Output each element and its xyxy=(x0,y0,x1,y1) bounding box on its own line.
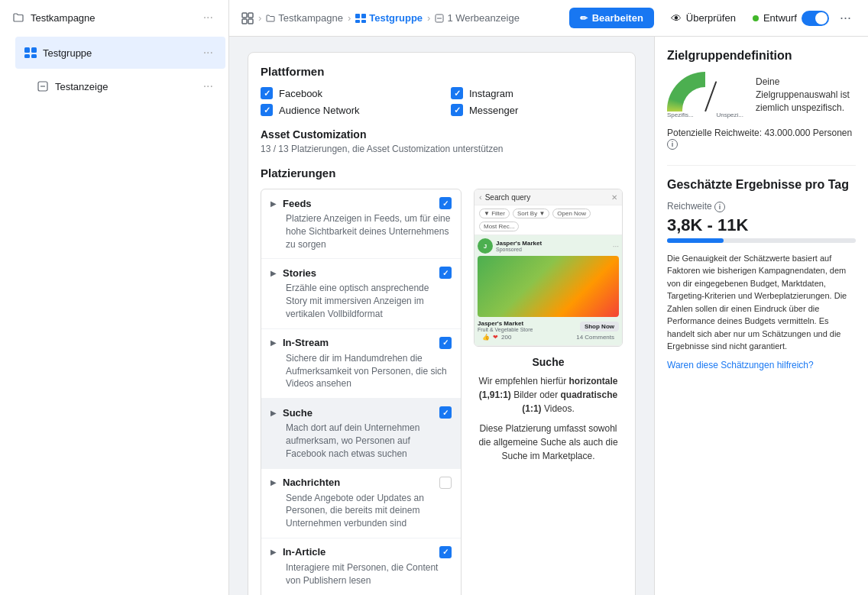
inarticle-checkbox[interactable] xyxy=(439,546,452,558)
feeds-name: Feeds xyxy=(283,198,433,209)
platforms-title: Plattformen xyxy=(261,65,623,78)
feeds-expand[interactable]: ▶ xyxy=(270,199,277,208)
nachrichten-desc: Sende Angebote oder Updates an Personen,… xyxy=(286,492,452,530)
svg-rect-0 xyxy=(24,47,30,53)
breadcrumb-werbeanzeige[interactable]: 1 Werbeanzeige xyxy=(435,12,519,24)
suche-desc: Mach dort auf dein Unternehmen aufmerksa… xyxy=(286,422,452,460)
messenger-label: Messenger xyxy=(469,105,518,116)
placement-inarticle: ▶ In-Article Interagiere mit Personen, d… xyxy=(261,538,461,595)
platform-instagram: Instagram xyxy=(451,87,623,99)
search-query-input[interactable] xyxy=(485,193,608,202)
svg-rect-6 xyxy=(242,13,247,18)
sidebar-item-more-testanzeige[interactable]: ··· xyxy=(200,78,216,95)
topbar-actions: ✏ Bearbeiten 👁 Überprüfen Entwurf ··· xyxy=(569,7,856,29)
svg-rect-8 xyxy=(242,19,247,24)
toggle-switch[interactable] xyxy=(802,11,829,26)
filter-btn-sortby[interactable]: Sort By ▼ xyxy=(513,209,549,218)
draft-badge: Entwurf xyxy=(753,11,829,26)
geschatzte-section: Geschätzte Ergebnisse pro Tag Reichweite… xyxy=(667,178,856,370)
stories-checkbox[interactable] xyxy=(439,267,452,279)
edit-button[interactable]: ✏ Bearbeiten xyxy=(569,8,654,28)
reichweite-info-icon[interactable]: i xyxy=(667,139,678,150)
reichweite-bar-fill xyxy=(667,238,724,243)
ad-more: ··· xyxy=(613,242,619,251)
search-clear-icon[interactable]: ✕ xyxy=(611,193,617,202)
sidebar-item-testkampagne[interactable]: Testkampagne ··· xyxy=(3,2,225,34)
breadcrumb-layout[interactable] xyxy=(241,12,254,24)
gauge-arc xyxy=(667,72,743,112)
zielgruppen-title: Zielgruppendefinition xyxy=(667,49,856,63)
messenger-checkbox[interactable] xyxy=(451,104,463,116)
svg-rect-13 xyxy=(361,20,366,23)
gauge-container: Spezifis... Unspezi... Deine Zielgruppen… xyxy=(667,72,856,118)
suche-checkbox[interactable] xyxy=(439,406,452,419)
inarticle-name: In-Article xyxy=(283,546,433,558)
schatzung-link[interactable]: Waren diese Schätzungen hilfreich? xyxy=(667,360,814,370)
suche-info-block: Suche Wir empfehlen hierfür horizontale … xyxy=(474,353,623,466)
platform-audience-network: Audience Network xyxy=(261,104,432,116)
draft-dot xyxy=(753,15,759,21)
feeds-desc: Platziere Anzeigen in Feeds, um für eine… xyxy=(286,212,452,251)
filter-btn-opennow[interactable]: Open Now xyxy=(552,209,591,218)
filter-btn-filter[interactable]: ▼ Filter xyxy=(479,209,510,218)
sidebar-item-testgruppe[interactable]: Testgruppe ··· xyxy=(15,37,225,69)
nachrichten-name: Nachrichten xyxy=(283,477,433,488)
topbar-more-button[interactable]: ··· xyxy=(835,7,856,29)
placements-list: ▶ Feeds Platziere Anzeigen in Feeds, um … xyxy=(261,189,462,595)
shop-now-button[interactable]: Shop Now xyxy=(580,322,619,331)
sidebar-item-more-testkampagne[interactable]: ··· xyxy=(200,9,216,26)
review-button[interactable]: 👁 Überprüfen xyxy=(660,8,747,29)
instream-checkbox[interactable] xyxy=(439,337,452,349)
audience-network-checkbox[interactable] xyxy=(261,104,273,116)
nachrichten-expand[interactable]: ▶ xyxy=(270,478,277,487)
instagram-label: Instagram xyxy=(469,88,513,99)
gauge-desc: Deine Zielgruppenauswahl ist ziemlich un… xyxy=(756,76,856,114)
platform-facebook: Facebook xyxy=(261,87,432,99)
platforms-section: Plattformen Facebook Instagram Audience … xyxy=(248,52,636,595)
breadcrumb: › Testkampagne › Testgruppe › xyxy=(241,12,520,24)
gauge-widget: Spezifis... Unspezi... xyxy=(667,72,743,118)
breadcrumb-testkampagne[interactable]: Testkampagne xyxy=(266,12,343,24)
sidebar-item-more-testgruppe[interactable]: ··· xyxy=(200,44,216,61)
pencil-icon: ✏ xyxy=(580,13,588,24)
instagram-checkbox[interactable] xyxy=(451,87,463,99)
search-preview: ‹ ✕ ▼ Filter Sort By ▼ Open Now Most Rec… xyxy=(474,189,623,347)
reichweite-sub-info-icon[interactable]: i xyxy=(714,202,725,212)
suche-expand[interactable]: ▶ xyxy=(270,409,277,417)
nachrichten-checkbox[interactable] xyxy=(439,477,452,489)
asset-customization-section: Asset Customization 13 / 13 Platzierunge… xyxy=(261,128,623,154)
search-bar-top: ‹ ✕ xyxy=(474,189,622,205)
facebook-checkbox[interactable] xyxy=(261,87,273,99)
group-icon xyxy=(24,47,37,59)
platform-messenger: Messenger xyxy=(451,104,623,116)
svg-rect-3 xyxy=(31,54,37,58)
svg-rect-7 xyxy=(248,13,253,18)
main-content: › Testkampagne › Testgruppe › xyxy=(229,0,868,595)
filter-btn-mostrec[interactable]: Most Rec... xyxy=(479,222,519,231)
suche-name: Suche xyxy=(283,407,433,419)
suche-info-note: Diese Platzierung umfasst sowohl die all… xyxy=(474,422,623,463)
reichweite-range: 3,8K - 11K xyxy=(667,215,856,235)
ad-icon xyxy=(37,80,49,92)
content-area: Plattformen Facebook Instagram Audience … xyxy=(229,37,868,595)
svg-rect-1 xyxy=(31,47,37,53)
stories-name: Stories xyxy=(283,267,433,279)
breadcrumb-testgruppe[interactable]: Testgruppe xyxy=(355,12,423,24)
sidebar-item-testanzeige[interactable]: Testanzeige ··· xyxy=(28,70,225,102)
asset-customization-subtitle: 13 / 13 Platzierungen, die Asset Customi… xyxy=(261,144,623,154)
suche-info-desc: Wir empfehlen hierfür horizontale (1,91:… xyxy=(474,374,623,416)
stories-expand[interactable]: ▶ xyxy=(270,269,277,277)
placement-suche: ▶ Suche Mach dort auf dein Unternehmen a… xyxy=(261,399,461,468)
placement-stories: ▶ Stories Erzähle eine optisch anspreche… xyxy=(261,259,461,328)
instream-expand[interactable]: ▶ xyxy=(270,338,277,347)
svg-rect-11 xyxy=(361,14,366,18)
right-panel: Zielgruppendefinition Spezifis... Unspez… xyxy=(654,37,868,595)
potenzielle-reichweite: Potenzielle Reichweite: 43.000.000 Perso… xyxy=(667,128,856,150)
placement-instream: ▶ In-Stream Sichere dir im Handumdrehen … xyxy=(261,329,461,399)
svg-rect-2 xyxy=(24,54,30,58)
svg-rect-9 xyxy=(248,19,253,24)
inarticle-expand[interactable]: ▶ xyxy=(270,548,277,556)
feeds-checkbox[interactable] xyxy=(439,197,452,209)
toggle-knob xyxy=(815,12,828,24)
eye-icon: 👁 xyxy=(671,12,682,24)
